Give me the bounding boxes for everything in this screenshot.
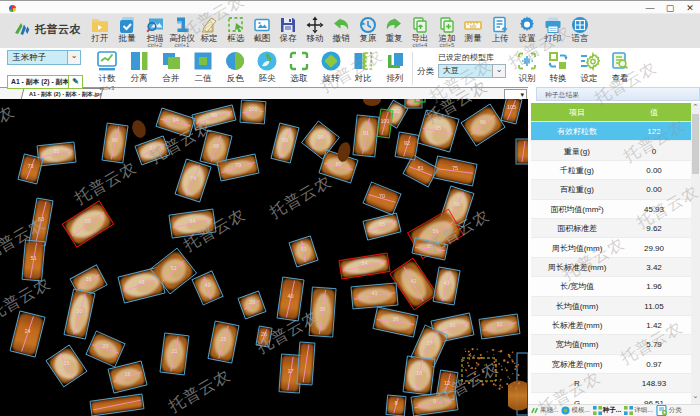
svg-text:88: 88 [213,143,219,149]
svg-text:53: 53 [300,246,306,252]
svg-text:59: 59 [432,228,438,234]
svg-text:96: 96 [480,119,486,125]
svg-text:43: 43 [443,280,449,286]
svg-text:102: 102 [390,108,399,114]
svg-text:31: 31 [449,322,455,328]
svg-text:81: 81 [417,165,423,171]
svg-text:80: 80 [335,161,341,167]
svg-text:17: 17 [287,368,293,374]
svg-text:39: 39 [249,299,255,305]
svg-text:64: 64 [189,218,195,224]
svg-text:52: 52 [170,265,176,271]
svg-text:42: 42 [410,278,416,284]
svg-text:92: 92 [404,140,410,146]
svg-text:94: 94 [172,117,178,123]
svg-text:51: 51 [30,255,36,261]
svg-text:16: 16 [124,371,130,377]
svg-text:8: 8 [394,400,397,406]
svg-text:18: 18 [416,370,422,376]
svg-text:55: 55 [427,243,433,249]
svg-text:99: 99 [211,112,217,118]
svg-text:86: 86 [112,137,118,143]
svg-text:26: 26 [261,331,267,337]
svg-text:74: 74 [190,175,196,181]
svg-text:89: 89 [282,137,288,143]
svg-text:36: 36 [392,316,398,322]
svg-text:54: 54 [361,260,367,266]
svg-text:41: 41 [371,290,377,296]
svg-text:MM: MM [470,24,477,29]
svg-text:58: 58 [85,218,91,224]
svg-text:87: 87 [149,145,155,151]
svg-text:20: 20 [102,343,108,349]
svg-text:40: 40 [287,293,293,299]
svg-text:90: 90 [317,134,323,140]
svg-text:105: 105 [507,104,516,110]
svg-text:12: 12 [444,380,450,386]
svg-text:101: 101 [380,118,389,124]
svg-text:75: 75 [452,165,458,171]
svg-text:100: 100 [248,106,257,112]
svg-text:70: 70 [379,193,385,199]
svg-text:49: 49 [204,282,210,288]
svg-text:91: 91 [363,130,369,136]
svg-text:15: 15 [63,360,69,366]
svg-text:66: 66 [454,201,460,207]
svg-text:79: 79 [235,162,241,168]
svg-text:32: 32 [496,321,502,327]
svg-text:9: 9 [433,398,436,404]
svg-text:63: 63 [38,216,44,222]
svg-text:38: 38 [85,276,91,282]
svg-text:25: 25 [220,336,226,342]
svg-text:27: 27 [426,340,432,346]
svg-text:85: 85 [53,148,59,154]
svg-text:35: 35 [319,306,325,312]
svg-text:95: 95 [435,125,441,131]
svg-text:24: 24 [24,328,30,334]
svg-text:21: 21 [171,348,177,354]
svg-text:30: 30 [76,308,82,314]
svg-text:48: 48 [138,279,144,285]
svg-text:65: 65 [379,221,385,227]
svg-text:73: 73 [27,163,33,169]
